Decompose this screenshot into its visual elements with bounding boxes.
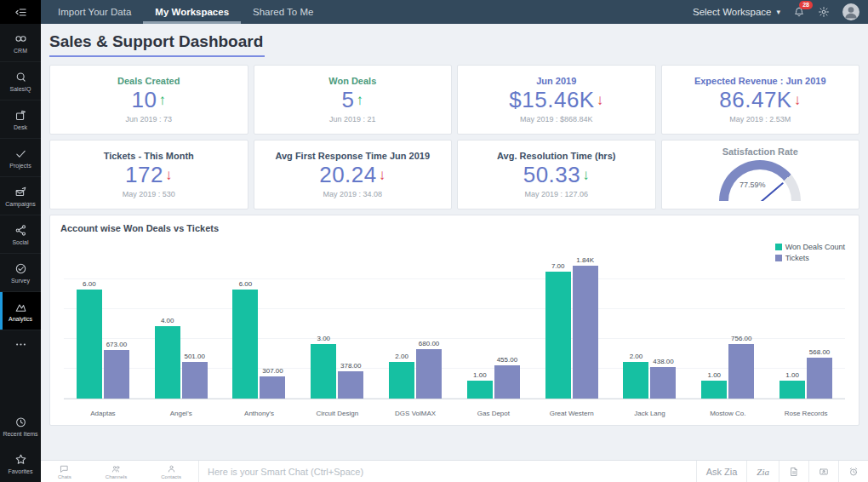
desk-icon [14, 109, 27, 122]
bar-group-rose-records: 1.00568.00 [767, 253, 845, 399]
kpi-title: Expected Revenue : Jun 2019 [694, 76, 826, 86]
footer-tab-label: Contacts [161, 474, 181, 479]
workspace-selector-label: Select Workspace [693, 7, 771, 17]
workspace-selector[interactable]: Select Workspace ▾ [693, 7, 780, 17]
bar-value-label: 4.00 [161, 317, 174, 324]
sidebar-item-analytics[interactable]: Analytics [0, 292, 41, 330]
sidebar-item-social[interactable]: Social [0, 215, 41, 254]
trend-down-icon: ↓ [794, 92, 802, 109]
chart-panel: Account wise Won Deals vs Tickets Won De… [49, 215, 859, 426]
sidebar-item-favorites[interactable]: Favorites [0, 445, 41, 482]
legend-label: Won Deals Count [785, 243, 845, 251]
contacts-icon [167, 464, 176, 473]
settings-button[interactable] [818, 6, 830, 18]
x-axis-labels: AdaptasAngel'sAnthony'sCircuit DesignDGS… [64, 410, 845, 417]
sidebar-item-label: Social [12, 239, 28, 245]
bar-tickets[interactable] [338, 371, 363, 399]
bar-value-label: 307.00 [262, 367, 283, 375]
collapse-sidebar-icon [14, 6, 27, 19]
bar-value-label: 680.00 [419, 340, 439, 347]
sidebar-item-label: Survey [11, 278, 30, 284]
trend-up-icon: ↑ [158, 92, 166, 109]
x-axis-label: Rose Records [767, 410, 845, 417]
document-icon[interactable] [779, 461, 808, 482]
bar-group-mostow-co: 1.00756.00 [688, 253, 767, 399]
x-axis-label: Angel's [142, 410, 220, 417]
bar-tickets[interactable] [182, 362, 208, 399]
legend-item-tickets[interactable]: Tickets [775, 254, 845, 262]
sidebar-item-crm[interactable]: CRM [0, 24, 41, 62]
bar-won-deals-count[interactable] [311, 344, 336, 399]
x-axis-label: Mostow Co. [688, 410, 767, 417]
sidebar-item-projects[interactable]: Projects [0, 139, 41, 177]
bar-value-label: 568.00 [809, 348, 830, 356]
bar-won-deals-count[interactable] [467, 381, 493, 399]
trend-down-icon: ↓ [582, 167, 590, 184]
footer-tab-channels[interactable]: Channels [106, 464, 127, 479]
ask-zia-button[interactable]: Ask Zia [696, 461, 747, 482]
legend-item-won-deals-count[interactable]: Won Deals Count [775, 243, 845, 251]
alarm-icon[interactable] [838, 461, 868, 482]
sidebar-item-more[interactable] [0, 330, 41, 358]
bar-won-deals-count[interactable] [779, 381, 805, 399]
bar-won-deals-count[interactable] [545, 272, 571, 399]
collapse-sidebar-button[interactable] [0, 0, 41, 24]
bar-tickets[interactable] [573, 266, 598, 399]
contact-card-icon[interactable] [808, 461, 838, 482]
sidebar-item-label: Favorites [9, 468, 33, 474]
x-axis-label: Adaptas [64, 410, 142, 417]
bar-won-deals-count[interactable] [77, 290, 102, 399]
sidebar-item-campaigns[interactable]: Campaigns [0, 177, 41, 215]
x-axis-label: Gas Depot [454, 410, 533, 417]
projects-icon [14, 147, 27, 160]
bar-won-deals-count[interactable] [232, 290, 258, 399]
avatar[interactable] [842, 3, 859, 20]
notifications-button[interactable]: 28 [793, 6, 805, 18]
bar-group-anthony-s: 6.00307.00 [220, 253, 299, 399]
bar-tickets[interactable] [104, 350, 129, 399]
sidebar-item-recent-items[interactable]: Recent Items [0, 407, 41, 445]
bar-group-dgs-volmax: 2.00680.00 [376, 253, 454, 399]
bar-tickets[interactable] [650, 367, 676, 399]
bar-tickets[interactable] [807, 358, 832, 399]
bar-won-deals-count[interactable] [155, 326, 180, 399]
footer-bar: ChatsChannelsContacts Ask Zia Zia [41, 460, 868, 482]
footer-tab-contacts[interactable]: Contacts [161, 464, 181, 479]
kpi-card-won-deals: Won Deals5↑Jun 2019 : 21 [254, 65, 453, 135]
bar-won-deals-count[interactable] [389, 362, 414, 399]
nav-item-import-your-data[interactable]: Import Your Data [46, 0, 143, 24]
bar-value-label: 756.00 [731, 335, 751, 342]
bar-group-gas-depot: 1.00455.00 [454, 253, 533, 399]
bar-tickets[interactable] [728, 344, 754, 399]
chat-icon [60, 464, 69, 473]
zia-logo[interactable]: Zia [746, 461, 779, 482]
bar-tickets[interactable] [416, 349, 442, 399]
bar-value-label: 6.00 [83, 280, 96, 288]
footer-tab-chats[interactable]: Chats [58, 464, 71, 479]
sidebar-spacer [0, 358, 41, 407]
bar-won-deals-count[interactable] [623, 362, 648, 399]
bar-won-deals-count[interactable] [701, 381, 727, 399]
bar-tickets[interactable] [260, 376, 285, 399]
kpi-card-tickets-this-month: Tickets - This Month172↓May 2019 : 530 [49, 140, 248, 209]
bar-group-jack-lang: 2.00438.00 [611, 253, 689, 399]
smart-chat-input[interactable] [208, 467, 696, 477]
kpi-value: 20.24 [319, 162, 377, 188]
nav-item-shared-to-me[interactable]: Shared To Me [241, 0, 325, 24]
nav-item-my-workspaces[interactable]: My Workspaces [143, 0, 241, 24]
kpi-subtext: May 2019 : 127.06 [524, 190, 588, 198]
main-column: Import Your DataMy WorkspacesShared To M… [41, 0, 868, 482]
notification-badge: 28 [799, 1, 813, 9]
chart-title: Account wise Won Deals vs Tickets [60, 223, 848, 233]
kpi-subtext: May 2019 : 530 [123, 190, 175, 198]
sidebar-item-salesiq[interactable]: SalesIQ [0, 62, 41, 100]
sidebar-item-desk[interactable]: Desk [0, 100, 41, 139]
kpi-title: Deals Created [117, 76, 180, 86]
kpi-card-expected-revenue-jun-2019: Expected Revenue : Jun 201986.47K↓May 20… [661, 65, 860, 135]
x-axis-label: DGS VolMAX [376, 410, 454, 417]
sidebar-item-survey[interactable]: Survey [0, 254, 41, 292]
kpi-title: Satisfaction Rate [722, 146, 798, 157]
kpi-card-satisfaction-rate: Satisfaction Rate77.59% [661, 140, 860, 209]
sidebar-item-label: CRM [14, 48, 27, 54]
bar-tickets[interactable] [494, 365, 520, 399]
